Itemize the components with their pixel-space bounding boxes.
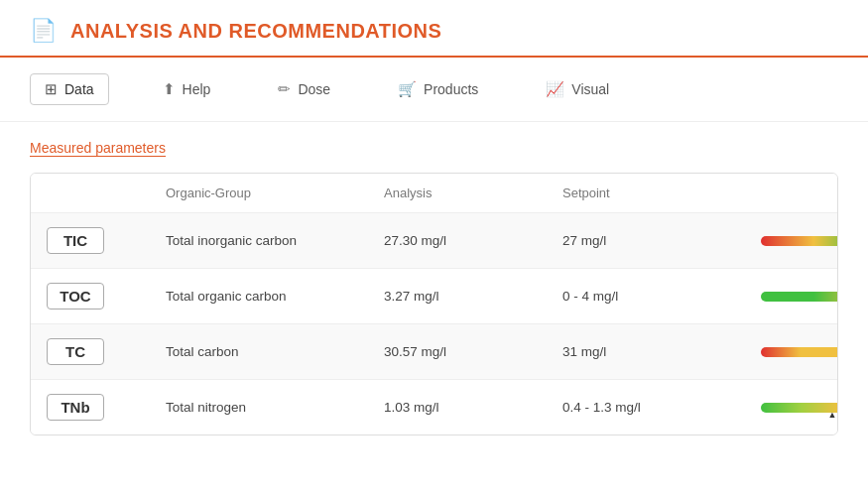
nav-item-visual[interactable]: 📈Visual [532, 74, 623, 104]
col-empty [47, 186, 166, 200]
parameter-badge: TIC [47, 227, 104, 254]
gauge-bar-container: ▲ [761, 403, 838, 413]
col-analysis: Analysis [384, 186, 562, 200]
data-icon: ⊞ [45, 80, 58, 98]
col-group: Organic-Group [166, 186, 384, 200]
table-row: TOCTotal organic carbon3.27 mg/l0 - 4 mg… [31, 269, 837, 324]
gauge-bar: ▲ [761, 292, 838, 302]
setpoint-value: 31 mg/l [562, 344, 761, 359]
parameter-badge: TOC [47, 283, 104, 310]
parameters-table: Organic-Group Analysis Setpoint TICTotal… [30, 173, 838, 435]
setpoint-value: 0.4 - 1.3 mg/l [562, 400, 761, 415]
header-icon: 📄 [30, 18, 57, 44]
badge-tc: TC [47, 338, 166, 365]
gauge-bar: ▲ [761, 236, 838, 246]
dose-icon: ✏ [278, 80, 291, 98]
badge-tic: TIC [47, 227, 166, 254]
products-icon: 🛒 [398, 80, 417, 98]
table-header: Organic-Group Analysis Setpoint [31, 174, 837, 213]
analysis-value: 30.57 mg/l [384, 344, 562, 359]
main-content: Measured parameters Organic-Group Analys… [0, 122, 868, 453]
help-label: Help [183, 81, 211, 97]
col-setpoint: Setpoint [562, 186, 761, 200]
analysis-value: 1.03 mg/l [384, 400, 562, 415]
help-icon: ⬆ [163, 80, 176, 98]
nav-item-products[interactable]: 🛒Products [384, 74, 492, 104]
nav-item-data[interactable]: ⊞Data [30, 73, 109, 105]
gauge-bar-container: ▲ [761, 292, 838, 302]
nav-item-dose[interactable]: ✏Dose [264, 74, 344, 104]
analysis-value: 3.27 mg/l [384, 289, 562, 304]
table-row: TCTotal carbon30.57 mg/l31 mg/l▲ [31, 324, 837, 380]
parameter-name: Total carbon [166, 344, 384, 359]
col-gauge [761, 186, 821, 200]
visual-label: Visual [571, 81, 609, 97]
page-header: 📄 ANALYSIS AND RECOMMENDATIONS [0, 0, 868, 58]
dose-label: Dose [298, 81, 330, 97]
gauge-bar: ▲ [761, 347, 838, 357]
gauge-bar: ▲ [761, 403, 838, 413]
page-title: ANALYSIS AND RECOMMENDATIONS [70, 20, 441, 43]
products-label: Products [424, 81, 478, 97]
setpoint-value: 27 mg/l [562, 233, 761, 248]
badge-tnb: TNb [47, 394, 166, 421]
analysis-value: 27.30 mg/l [384, 233, 562, 248]
badge-toc: TOC [47, 283, 166, 310]
measured-parameters-link[interactable]: Measured parameters [30, 140, 166, 157]
parameter-badge: TC [47, 338, 104, 365]
parameter-name: Total nitrogen [166, 400, 384, 415]
table-row: TICTotal inorganic carbon27.30 mg/l27 mg… [31, 213, 837, 269]
gauge-marker: ▲ [828, 410, 837, 420]
visual-icon: 📈 [546, 80, 564, 98]
parameter-badge: TNb [47, 394, 104, 421]
navigation-bar: ⊞Data⬆Help✏Dose🛒Products📈Visual [0, 58, 868, 122]
setpoint-value: 0 - 4 mg/l [562, 289, 761, 304]
parameter-name: Total organic carbon [166, 289, 384, 304]
table-row: TNbTotal nitrogen1.03 mg/l0.4 - 1.3 mg/l… [31, 380, 837, 434]
data-label: Data [64, 81, 94, 97]
gauge-bar-container: ▲ [761, 347, 838, 357]
nav-item-help[interactable]: ⬆Help [149, 74, 225, 104]
gauge-bar-container: ▲ [761, 236, 838, 246]
parameter-name: Total inorganic carbon [166, 233, 384, 248]
